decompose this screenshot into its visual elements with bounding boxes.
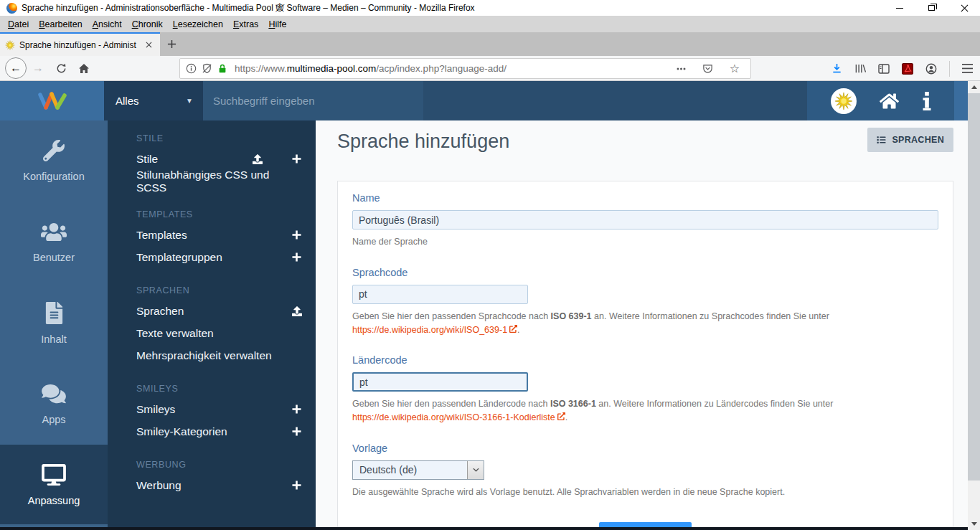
upload-icon[interactable] (291, 306, 302, 316)
download-icon (831, 63, 842, 74)
search-scope-select[interactable]: Alles ▼ (104, 81, 203, 120)
scroll-up-arrow[interactable] (968, 81, 980, 93)
tracking-protection-disabled-icon[interactable] (202, 63, 212, 74)
page-title: Sprache hinzufügen (337, 131, 953, 153)
woltlab-logo[interactable] (0, 81, 104, 120)
browser-menubar: Datei Bearbeiten Ansicht Chronik Lesezei… (0, 16, 980, 32)
menu-bearbeiten[interactable]: Bearbeiten (34, 17, 87, 32)
menu-lesezeichen[interactable]: Lesezeichen (168, 17, 228, 32)
home-button[interactable] (74, 58, 94, 78)
add-icon[interactable] (291, 481, 302, 490)
menu-hilfe[interactable]: Hilfe (263, 17, 291, 32)
url-bar[interactable]: https://www.multimedia-pool.com/acp/inde… (179, 58, 751, 79)
menu-item-mehrsprachigkeit-verwalten[interactable]: Mehrsprachigkeit verwalten (108, 344, 316, 366)
sidebar-item-label: Inhalt (41, 333, 66, 345)
menu-item-texte-verwalten[interactable]: Texte verwalten (108, 322, 316, 344)
menu-item-templategruppen[interactable]: Templategruppen (108, 246, 316, 268)
new-tab-button[interactable] (160, 32, 183, 56)
external-link-icon (557, 412, 565, 420)
page-viewport: Alles ▼ Konfiguration (0, 81, 980, 530)
add-icon[interactable] (291, 427, 302, 436)
upload-icon[interactable] (252, 154, 263, 164)
add-icon[interactable] (291, 230, 302, 240)
menu-item-smileys[interactable]: Smileys (108, 398, 316, 420)
scroll-down-arrow[interactable] (968, 518, 980, 530)
sidebar-item-anpassung[interactable]: Anpassung (0, 445, 108, 526)
adobe-acrobat-extension-button[interactable] (902, 63, 913, 75)
scrollbar-thumb[interactable] (968, 93, 980, 481)
menu-item-werbung[interactable]: Werbung (108, 474, 316, 496)
menu-section-header: WERBUNG (108, 460, 316, 474)
menu-ansicht[interactable]: Ansicht (88, 17, 127, 32)
reload-button[interactable] (51, 58, 71, 78)
sprachcode-label: Sprachcode (352, 267, 938, 278)
laendercode-input[interactable] (352, 372, 528, 392)
field-laendercode: Ländercode Geben Sie hier den passenden … (352, 354, 938, 425)
page-actions-icon[interactable] (677, 67, 686, 70)
close-button[interactable] (948, 0, 980, 16)
browser-navbar: ← → https://www.multimedia-pool.com/acp/… (0, 56, 980, 81)
menu-item-sprachen[interactable]: Sprachen (108, 300, 316, 322)
sidebar-item-label: Konfiguration (23, 171, 84, 182)
menu-section-header: TEMPLATES (108, 209, 316, 224)
field-name: Name Name der Sprache (352, 192, 938, 249)
back-button[interactable]: ← (5, 57, 27, 79)
tab-close-icon[interactable] (143, 39, 155, 51)
menu-extras[interactable]: Extras (228, 17, 263, 32)
secure-lock-icon[interactable] (217, 63, 227, 74)
menu-item-stilunabhaengiges-css[interactable]: Stilunabhängiges CSS und SCSS (108, 170, 316, 192)
menu-item-smiley-kategorien[interactable]: Smiley-Kategorien (108, 420, 316, 443)
sidebar-item-apps[interactable]: Apps (0, 364, 108, 445)
sidebar-item-konfiguration[interactable]: Konfiguration (0, 120, 108, 202)
library-button[interactable] (854, 63, 866, 74)
downloads-button[interactable] (831, 63, 842, 74)
add-icon[interactable] (291, 252, 302, 262)
select-dropdown-button[interactable] (467, 461, 484, 479)
sprachen-list-button[interactable]: SPRACHEN (867, 128, 953, 152)
vorlage-select-value: Deutsch (de) (353, 464, 467, 475)
minimize-button[interactable] (883, 0, 915, 16)
name-input[interactable] (352, 210, 938, 229)
acp-info-button[interactable] (923, 92, 931, 110)
page-scrollbar[interactable] (968, 81, 980, 530)
add-icon[interactable] (291, 404, 302, 414)
help-text: an. Weitere Informationen zu Ländercodes… (596, 399, 834, 409)
menu-item-stile[interactable]: Stile (108, 148, 316, 170)
vorlage-select[interactable]: Deutsch (de) (352, 460, 484, 480)
acp-content: Sprache hinzufügen SPRACHEN Name Name de… (316, 120, 968, 530)
help-text: . (565, 412, 567, 422)
menu-item-label: Templategruppen (136, 251, 222, 264)
library-icon (854, 63, 866, 74)
comments-icon (42, 383, 66, 404)
main-menu-button[interactable] (962, 64, 973, 73)
sidebars-button[interactable] (878, 64, 890, 74)
page-info-icon[interactable] (186, 63, 197, 74)
bookmark-star-icon[interactable]: ☆ (730, 62, 740, 75)
forward-button[interactable]: → (28, 58, 48, 78)
site-frontend-button[interactable] (831, 88, 857, 114)
wikipedia-link[interactable]: https://de.wikipedia.org/wiki/ISO_639-1 (352, 325, 507, 335)
acp-home-button[interactable] (880, 93, 899, 110)
acp-search-input[interactable] (203, 81, 423, 120)
wikipedia-link[interactable]: https://de.wikipedia.org/wiki/ISO-3166-1… (352, 412, 555, 422)
external-link-icon (509, 325, 517, 333)
add-icon[interactable] (291, 154, 302, 164)
maximize-button[interactable] (915, 0, 948, 16)
menu-item-templates[interactable]: Templates (108, 224, 316, 246)
sidebar-item-label: Apps (42, 414, 65, 425)
sidebar-item-inhalt[interactable]: Inhalt (0, 283, 108, 364)
tab-sprache-hinzufuegen[interactable]: Sprache hinzufügen - Administ (0, 32, 160, 56)
sprachen-list-button-label: SPRACHEN (892, 135, 944, 145)
account-button[interactable] (925, 63, 937, 75)
url-text[interactable]: https://www.multimedia-pool.com/acp/inde… (235, 63, 671, 74)
field-vorlage: Vorlage Deutsch (de) Die ausgewählte Spr… (352, 443, 938, 499)
list-icon (877, 136, 886, 144)
pocket-icon[interactable] (702, 63, 713, 74)
sidebar-item-benutzer[interactable]: Benutzer (0, 202, 108, 283)
info-icon (923, 92, 931, 110)
menu-datei[interactable]: Datei (3, 17, 34, 32)
menu-chronik[interactable]: Chronik (127, 17, 168, 32)
window-titlebar: Sprache hinzufügen - Administrationsober… (0, 0, 980, 16)
sprachcode-input[interactable] (352, 285, 528, 304)
menu-item-label: Smiley-Kategorien (136, 425, 227, 438)
